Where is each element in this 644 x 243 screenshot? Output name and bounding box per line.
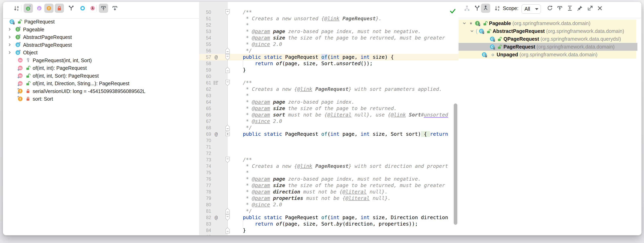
annotation-gutter-icon[interactable]: @ xyxy=(212,214,220,221)
sort-alphabetically-icon[interactable]: az xyxy=(12,4,21,13)
show-scratches-icon[interactable] xyxy=(78,4,87,13)
code-line-84[interactable]: } xyxy=(231,227,246,234)
list-gutter-icon[interactable] xyxy=(212,80,220,88)
line-number: 60 xyxy=(199,73,211,80)
show-fields-icon[interactable]: f xyxy=(44,4,54,13)
code-line-62[interactable]: * Creates a new {@link PageRequest} with… xyxy=(231,86,442,92)
code-line-76[interactable]: * @param page zero-based page index, mus… xyxy=(231,176,421,182)
expand-all-icon[interactable] xyxy=(565,4,574,13)
line-number: 57 xyxy=(199,54,211,60)
annotation-gutter-icon[interactable]: @ xyxy=(212,54,220,60)
svg-text:z: z xyxy=(17,8,18,11)
structure-item-object[interactable]: oObject xyxy=(3,49,199,56)
code-line-56[interactable]: */ xyxy=(231,48,252,54)
chevron-right-icon[interactable] xyxy=(8,28,12,31)
structure-item-pageable[interactable]: IPageable xyxy=(3,26,199,34)
svg-text:f: f xyxy=(48,6,50,10)
code-line-73[interactable]: /** xyxy=(231,156,252,163)
code-line-78[interactable]: * @param direction must not be {@literal… xyxy=(231,189,388,195)
hierarchy-item-abstractpagerequest[interactable]: (CAbstractPageRequest (org.springframewo… xyxy=(458,27,642,35)
code-line-63[interactable]: * xyxy=(231,92,249,99)
code-line-55[interactable]: * @since 2.0 xyxy=(231,41,282,48)
code-line-83[interactable]: return of(page, size, Sort.by(direction,… xyxy=(231,221,418,227)
fold-marker[interactable] xyxy=(225,80,230,87)
show-lambdas-icon[interactable]: λ xyxy=(88,4,97,13)
editor-scrollbar[interactable] xyxy=(454,104,457,225)
code-line-67[interactable]: * @since 2.0 xyxy=(231,118,282,124)
close-icon[interactable] xyxy=(595,4,604,13)
code-line-50[interactable]: /** xyxy=(231,9,252,16)
pin-tab-icon[interactable] xyxy=(575,4,584,13)
code-line-66[interactable]: * @param sort must not be {@literal null… xyxy=(231,112,448,118)
structure-item-sort-sort[interactable]: fsort: Sort xyxy=(3,95,199,103)
code-line-58[interactable]: return of(page, size, Sort.unsorted()); xyxy=(231,60,372,67)
supertypes-hierarchy-icon[interactable] xyxy=(472,4,482,13)
structure-item-pagerequest-int-int-sort-[interactable]: mPageRequest(int, int, Sort) xyxy=(3,56,199,64)
hierarchy-item-qpagerequest[interactable]: CQPageRequest (org.springframework.data.… xyxy=(458,35,642,43)
class-hierarchy-icon[interactable] xyxy=(462,4,472,13)
fold-marker[interactable] xyxy=(225,9,230,16)
hierarchy-item-pageable[interactable]: *IPageable (org.springframework.data.dom… xyxy=(458,20,642,27)
annotation-gutter-icon[interactable]: @ xyxy=(212,131,220,137)
structure-item-of-int-int-direction-string-pa[interactable]: mof(int, int, Direction, String...): Pag… xyxy=(3,80,199,88)
code-line-74[interactable]: * Creates a new {@link PageRequest} with… xyxy=(231,163,448,170)
fold-marker[interactable] xyxy=(225,214,230,222)
code-line-79[interactable]: * @param properties must not be {@litera… xyxy=(231,195,391,202)
autoscroll-from-source-icon[interactable] xyxy=(99,4,108,13)
chevron-down-icon[interactable] xyxy=(470,29,474,33)
subtypes-hierarchy-icon[interactable] xyxy=(481,4,490,13)
structure-item-abstractpagerequest[interactable]: IAbstractPageRequest xyxy=(3,33,199,41)
no-problems-checkmark-icon[interactable] xyxy=(450,8,456,15)
structure-item-abstractpagerequest[interactable]: oAbstractPageRequest xyxy=(3,41,199,49)
code-line-59[interactable]: } xyxy=(231,67,246,73)
structure-item-of-int-int-sort-pagerequest[interactable]: mof(int, int, Sort): PageRequest xyxy=(3,72,199,80)
structure-item-pagerequest[interactable]: CPageRequest xyxy=(3,18,199,26)
code-line-65[interactable]: * @param size the size of the page to be… xyxy=(231,105,397,112)
code-line-80[interactable]: * @since 2.0 xyxy=(231,202,282,208)
show-properties-icon[interactable]: p xyxy=(35,4,44,13)
svg-text:I: I xyxy=(28,7,29,10)
fold-marker[interactable] xyxy=(225,66,230,74)
code-line-51[interactable]: * Creates a new unsorted {@link PageRequ… xyxy=(231,16,382,22)
chevron-down-icon[interactable] xyxy=(462,22,466,25)
autoscroll-to-source-icon[interactable] xyxy=(110,4,120,13)
code-line-69[interactable]: public static PageRequest of(int page, i… xyxy=(231,131,448,137)
scroll-to-source-icon[interactable] xyxy=(555,4,564,13)
fold-marker[interactable] xyxy=(225,131,230,138)
svg-text:λ: λ xyxy=(92,6,94,10)
code-line-53[interactable]: * @param page zero-based page index, mus… xyxy=(231,28,421,35)
hierarchy-item-unpaged[interactable]: EUnpaged (org.springframework.data.domai… xyxy=(458,51,642,58)
refresh-icon[interactable] xyxy=(545,4,554,13)
code-line-77[interactable]: * @param size the size of the page to be… xyxy=(231,182,445,189)
fold-marker[interactable] xyxy=(225,227,230,234)
show-non-public-icon[interactable] xyxy=(55,4,64,13)
fold-marker[interactable] xyxy=(225,54,230,61)
hierarchy-item-pagerequest[interactable]: CPageRequest (org.springframework.data.d… xyxy=(458,43,642,51)
structure-item-of-int-int-pagerequest[interactable]: mof(int, int): PageRequest xyxy=(3,64,199,72)
structure-item-serialversionuid-long-45415099[interactable]: fserialVersionUID: long = -4541509938956… xyxy=(3,88,199,95)
sort-alphabetically-icon[interactable]: az xyxy=(493,4,502,13)
code-line-52[interactable]: * xyxy=(231,22,249,28)
field-icon: f xyxy=(18,96,24,102)
code-line-64[interactable]: * @param page zero-based page index. xyxy=(231,99,354,105)
line-number: 71 xyxy=(199,144,211,150)
code-line-82[interactable]: public static PageRequest of(int page, i… xyxy=(231,214,448,221)
scope-dropdown[interactable]: All xyxy=(522,4,541,14)
code-line-57[interactable]: public static PageRequest of(int page, i… xyxy=(231,54,394,60)
code-line-61[interactable]: /** xyxy=(231,80,252,86)
fold-marker[interactable] xyxy=(225,156,230,164)
code-line-68[interactable]: */ xyxy=(231,124,252,131)
svg-text:f: f xyxy=(20,90,21,93)
open-in-editor-icon[interactable] xyxy=(585,4,594,13)
code-line-75[interactable]: * xyxy=(231,170,249,176)
code-editor[interactable]: 50 /**51 * Creates a new unsorted {@link… xyxy=(199,2,458,235)
chevron-right-icon[interactable] xyxy=(8,43,12,47)
svg-text:I: I xyxy=(18,28,18,31)
code-line-54[interactable]: * @param size the size of the page to be… xyxy=(231,35,445,41)
show-inherited-icon[interactable]: I xyxy=(24,4,33,13)
chevron-right-icon[interactable] xyxy=(8,51,12,54)
paren-marker: ( xyxy=(476,27,478,35)
chevron-right-icon[interactable] xyxy=(8,35,12,39)
code-line-81[interactable]: */ xyxy=(231,208,252,214)
show-anonymous-classes-icon[interactable] xyxy=(66,4,76,13)
